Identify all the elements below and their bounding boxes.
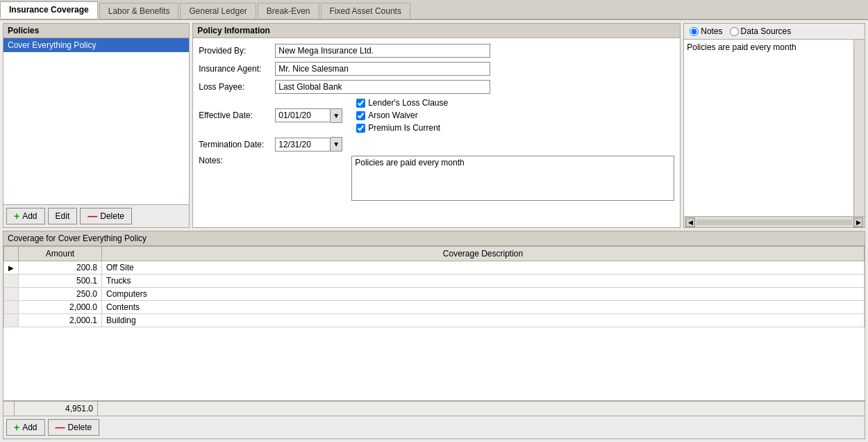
indicator-col-header: [4, 247, 19, 261]
arson-waiver-checkbox[interactable]: [356, 111, 365, 120]
termination-date-input[interactable]: [275, 138, 331, 152]
notes-display-content: Policies are paid every month: [684, 40, 853, 216]
loss-payee-label: Loss Payee:: [199, 82, 275, 92]
scroll-left-btn[interactable]: ◀: [685, 218, 695, 227]
notes-panel: Notes Data Sources Policies are paid eve…: [683, 23, 865, 228]
data-sources-radio[interactable]: [730, 27, 739, 36]
row-indicator: [4, 314, 19, 327]
description-cell: Off Site: [102, 261, 865, 275]
tab-break-even[interactable]: Break-Even: [258, 3, 319, 19]
notes-radio[interactable]: [690, 27, 699, 36]
table-row[interactable]: 2,000.1Building: [4, 314, 865, 327]
total-spacer: [98, 402, 865, 416]
scroll-right-btn[interactable]: ▶: [853, 218, 863, 227]
policies-header: Policies: [3, 24, 189, 38]
top-section: Policies Cover Everything Policy + Add E…: [3, 23, 865, 228]
total-amount: 4,951.0: [15, 402, 98, 416]
edit-policy-button[interactable]: Edit: [48, 208, 78, 224]
lenders-loss-clause-row: Lender's Loss Clause: [356, 98, 448, 108]
provided-by-row: Provided By:: [199, 44, 674, 58]
policy-info-panel: Policy Information Provided By: Insuranc…: [192, 23, 681, 228]
tabs-bar: Insurance Coverage Labor & Benefits Gene…: [0, 0, 868, 20]
delete-icon: —: [87, 211, 97, 222]
h-scroll-track[interactable]: [696, 220, 852, 225]
table-row[interactable]: 2,000.0Contents: [4, 301, 865, 314]
add-policy-button[interactable]: + Add: [6, 208, 45, 224]
data-sources-radio-label[interactable]: Data Sources: [730, 26, 792, 36]
tab-labor-benefits[interactable]: Labor & Benefits: [99, 3, 179, 19]
coverage-table-header-row: Amount Coverage Description: [4, 247, 865, 261]
notes-textarea[interactable]: [351, 156, 674, 201]
content-area: Policies Cover Everything Policy + Add E…: [0, 20, 868, 442]
tab-fixed-asset-counts[interactable]: Fixed Asset Counts: [321, 3, 410, 19]
delete-coverage-button[interactable]: — Delete: [48, 419, 100, 436]
termination-date-row: Termination Date: ▼: [199, 137, 674, 152]
data-sources-radio-text: Data Sources: [741, 26, 792, 36]
notes-h-scrollbar: ◀ ▶: [684, 216, 865, 227]
termination-date-wrapper: ▼: [275, 137, 342, 152]
total-row: 4,951.0: [3, 400, 865, 416]
loss-payee-row: Loss Payee:: [199, 80, 674, 94]
row-indicator: [4, 301, 19, 314]
lenders-loss-clause-checkbox[interactable]: [356, 99, 365, 108]
policy-buttons: + Add Edit — Delete: [3, 204, 189, 227]
add-icon: +: [14, 211, 19, 222]
arson-waiver-row: Arson Waiver: [356, 110, 448, 120]
notes-label: Notes:: [199, 156, 275, 165]
effective-date-picker[interactable]: ▼: [331, 108, 342, 123]
termination-date-label: Termination Date:: [199, 140, 275, 149]
effective-date-label: Effective Date:: [199, 110, 275, 120]
desc-col-header: Coverage Description: [102, 247, 865, 261]
notes-radio-text: Notes: [701, 26, 722, 36]
description-cell: Computers: [102, 288, 865, 301]
coverage-table-wrapper: Amount Coverage Description ▶200.8Off Si…: [3, 246, 865, 400]
coverage-table: Amount Coverage Description ▶200.8Off Si…: [3, 246, 865, 327]
premium-is-current-row: Premium Is Current: [356, 123, 448, 133]
table-row[interactable]: ▶200.8Off Site: [4, 261, 865, 275]
row-indicator: [4, 275, 19, 288]
coverage-header: Coverage for Cover Everything Policy: [3, 231, 865, 246]
policy-info-header: Policy Information: [193, 24, 680, 38]
loss-payee-input[interactable]: [275, 80, 490, 94]
policies-panel: Policies Cover Everything Policy + Add E…: [3, 23, 190, 228]
provided-by-label: Provided By:: [199, 46, 275, 56]
checkboxes-col: Lender's Loss Clause Arson Waiver Premiu…: [356, 98, 448, 133]
policy-info-content: Provided By: Insurance Agent: Loss Payee…: [193, 38, 680, 227]
lenders-loss-clause-label: Lender's Loss Clause: [368, 98, 448, 108]
insurance-agent-input[interactable]: [275, 62, 490, 76]
arson-waiver-label: Arson Waiver: [368, 110, 418, 120]
amount-cell: 2,000.0: [19, 301, 102, 314]
termination-date-picker[interactable]: ▼: [331, 137, 342, 152]
effective-date-row: Effective Date: ▼ Lender's Loss Clause: [199, 98, 674, 133]
notes-radio-label[interactable]: Notes: [690, 26, 722, 36]
insurance-agent-row: Insurance Agent:: [199, 62, 674, 76]
amount-col-header: Amount: [19, 247, 102, 261]
tab-general-ledger[interactable]: General Ledger: [180, 3, 256, 19]
effective-date-wrapper: ▼: [275, 108, 342, 123]
row-indicator: [4, 288, 19, 301]
delete-policy-button[interactable]: — Delete: [80, 208, 132, 224]
notes-outer: Policies are paid every month ◀ ▶: [684, 40, 865, 227]
amount-cell: 200.8: [19, 261, 102, 275]
coverage-buttons: + Add — Delete: [3, 416, 865, 439]
description-cell: Building: [102, 314, 865, 327]
coverage-section: Coverage for Cover Everything Policy Amo…: [3, 231, 865, 439]
table-row[interactable]: 250.0Computers: [4, 288, 865, 301]
table-row[interactable]: 500.1Trucks: [4, 275, 865, 288]
amount-cell: 500.1: [19, 275, 102, 288]
premium-is-current-checkbox[interactable]: [356, 124, 365, 133]
amount-cell: 250.0: [19, 288, 102, 301]
notes-inner: Policies are paid every month: [684, 40, 865, 216]
policy-item[interactable]: Cover Everything Policy: [3, 38, 189, 52]
notes-field-row: Notes:: [199, 156, 674, 201]
policies-list: Cover Everything Policy: [3, 38, 189, 204]
description-cell: Contents: [102, 301, 865, 314]
effective-date-input[interactable]: [275, 108, 331, 122]
premium-is-current-label: Premium Is Current: [368, 123, 440, 133]
tab-insurance-coverage[interactable]: Insurance Coverage: [0, 1, 98, 19]
notes-panel-header: Notes Data Sources: [684, 24, 865, 40]
provided-by-input[interactable]: [275, 44, 490, 58]
coverage-tbody: ▶200.8Off Site500.1Trucks250.0Computers2…: [4, 261, 865, 327]
add-coverage-button[interactable]: + Add: [6, 419, 45, 436]
notes-scrollbar[interactable]: [853, 40, 865, 216]
